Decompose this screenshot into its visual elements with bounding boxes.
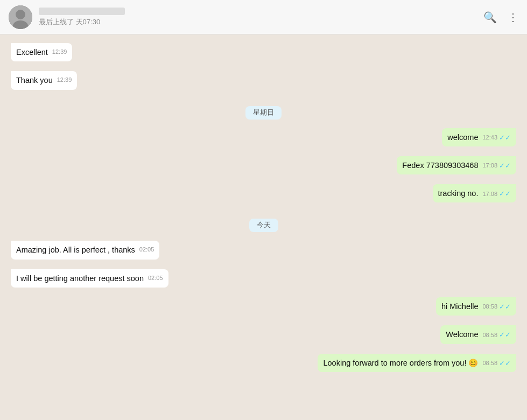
date-divider: 今天 [11, 219, 516, 232]
message-text: Amazing job. All is perfect , thanks [16, 246, 135, 254]
message-time: 17:08 [482, 190, 497, 198]
message-time: 08:58 [482, 331, 497, 339]
message-bubble: Looking forward to more orders from you!… [318, 354, 516, 372]
read-tick: ✓✓ [499, 359, 511, 368]
date-label: 今天 [249, 219, 278, 232]
message-row: Thank you 12:39 [11, 71, 516, 89]
message-time: 12:39 [57, 76, 72, 84]
message-time: 17:08 [482, 162, 497, 170]
date-divider: 星期日 [11, 106, 516, 120]
message-text: hi Michelle [441, 302, 479, 311]
search-icon[interactable]: 🔍 [483, 11, 497, 24]
message-row: Welcome 08:58 ✓✓ [11, 325, 516, 344]
message-bubble: I will be getting another request soon 0… [11, 269, 168, 288]
contact-status: 最后上线了 天07:30 [39, 17, 483, 27]
message-meta: 12:39 [52, 48, 67, 56]
message-text: Fedex 773809303468 [402, 161, 478, 170]
message-bubble: Welcome 08:58 ✓✓ [440, 325, 516, 344]
message-text: Welcome [446, 330, 478, 339]
message-bubble: Fedex 773809303468 17:08 ✓✓ [397, 156, 516, 174]
message-time: 12:39 [52, 48, 67, 56]
message-time: 08:58 [482, 359, 497, 367]
read-tick: ✓✓ [499, 330, 511, 340]
read-tick: ✓✓ [499, 302, 511, 312]
read-tick: ✓✓ [499, 189, 511, 199]
contact-info: 最后上线了 天07:30 [39, 8, 483, 27]
message-time: 02:05 [148, 274, 163, 282]
message-meta: 02:05 [148, 274, 163, 282]
message-row: hi Michelle 08:58 ✓✓ [11, 297, 516, 316]
message-text: welcome [447, 133, 478, 142]
chat-header: 最后上线了 天07:30 🔍 ⋮ [0, 0, 527, 34]
message-row: Looking forward to more orders from you!… [11, 354, 516, 372]
message-text: tracking no. [438, 189, 479, 198]
message-bubble: hi Michelle 08:58 ✓✓ [436, 297, 516, 316]
header-actions: 🔍 ⋮ [483, 11, 518, 24]
message-text: Looking forward to more orders from you!… [323, 359, 478, 367]
chat-area: Excellent 12:39 Thank you 12:39 星期日 welc… [0, 34, 527, 420]
contact-name-bar [39, 8, 125, 15]
message-bubble: Thank you 12:39 [11, 71, 77, 89]
more-icon[interactable]: ⋮ [508, 11, 518, 24]
message-text: Excellent [16, 48, 48, 57]
svg-point-1 [16, 10, 25, 19]
message-row: Excellent 12:39 [11, 43, 516, 61]
message-time: 08:58 [482, 303, 497, 311]
avatar[interactable] [9, 5, 32, 29]
message-meta: 17:08 ✓✓ [482, 161, 511, 171]
message-bubble: Excellent 12:39 [11, 43, 72, 61]
message-bubble: welcome 12:43 ✓✓ [442, 128, 516, 146]
message-bubble: tracking no. 17:08 ✓✓ [433, 184, 517, 202]
message-meta: 08:58 ✓✓ [482, 359, 511, 368]
read-tick: ✓✓ [499, 161, 511, 171]
message-meta: 12:39 [57, 76, 72, 84]
message-row: I will be getting another request soon 0… [11, 269, 516, 288]
message-time: 02:05 [139, 246, 154, 254]
message-row: welcome 12:43 ✓✓ [11, 128, 516, 146]
message-text: Thank you [16, 76, 53, 85]
message-meta: 08:58 ✓✓ [482, 330, 511, 340]
message-bubble: Amazing job. All is perfect , thanks 02:… [11, 241, 159, 259]
message-text: I will be getting another request soon [16, 274, 144, 283]
message-meta: 17:08 ✓✓ [482, 189, 511, 199]
message-time: 12:43 [482, 134, 497, 142]
message-meta: 08:58 ✓✓ [482, 302, 511, 312]
read-tick: ✓✓ [499, 133, 511, 143]
message-row: Fedex 773809303468 17:08 ✓✓ [11, 156, 516, 174]
message-meta: 12:43 ✓✓ [482, 133, 511, 143]
date-label: 星期日 [245, 106, 282, 120]
message-row: tracking no. 17:08 ✓✓ [11, 184, 516, 202]
message-meta: 02:05 [139, 246, 154, 254]
message-row: Amazing job. All is perfect , thanks 02:… [11, 241, 516, 259]
